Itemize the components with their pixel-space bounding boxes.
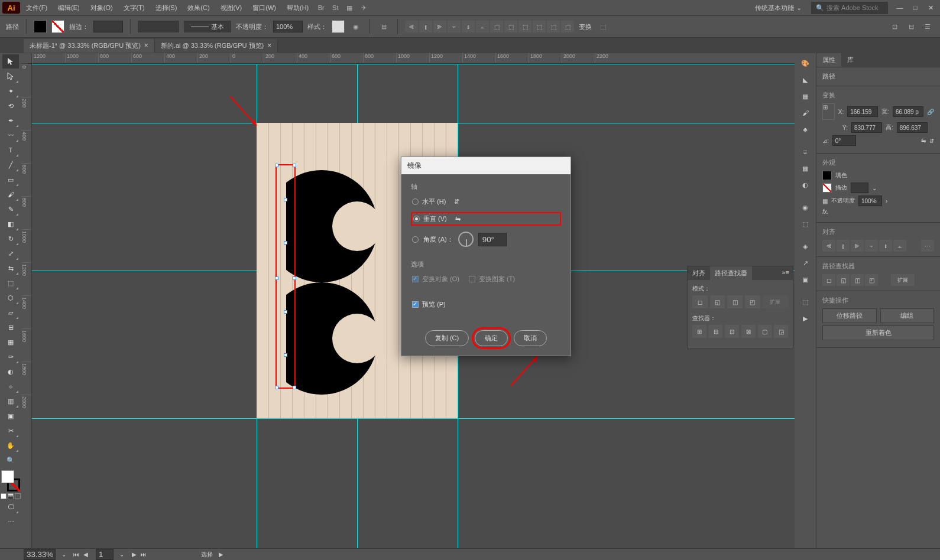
transform-angle-input[interactable] — [832, 135, 856, 146]
radio-vertical[interactable]: 垂直 (V) ⇋ — [411, 212, 561, 226]
css-icon[interactable]: ⬚ — [797, 294, 813, 310]
direct-selection-tool[interactable] — [2, 69, 19, 83]
pf-minus-front[interactable]: ◱ — [837, 274, 850, 286]
align-right[interactable]: ⫸ — [433, 21, 446, 32]
transform-y-input[interactable] — [851, 122, 882, 133]
recolor-icon[interactable]: ◉ — [349, 20, 362, 33]
menu-object[interactable]: 对象(O) — [86, 1, 118, 15]
magic-wand-tool[interactable]: ✦ — [2, 84, 19, 98]
pf-minusfront-float[interactable]: ◱ — [710, 295, 725, 308]
artboards-icon[interactable]: ▣ — [797, 272, 813, 287]
menu-effect[interactable]: 效果(C) — [183, 1, 214, 15]
align-top[interactable]: ⫟ — [448, 21, 461, 32]
transform-x-input[interactable] — [847, 106, 878, 117]
dist-h2[interactable]: ⬚ — [518, 21, 531, 32]
brushes-icon[interactable]: 🖌 — [797, 105, 813, 121]
symbols-icon[interactable]: ♣ — [797, 122, 813, 137]
gradient-tool[interactable]: ▦ — [2, 335, 19, 349]
align-right-btn[interactable]: ⫸ — [851, 240, 864, 252]
pf-tab-align[interactable]: 对齐 — [688, 266, 710, 280]
pf-unite-float[interactable]: ◻ — [692, 295, 708, 308]
stock-icon[interactable]: St — [329, 1, 342, 14]
doc-tab-2[interactable]: 新的.ai @ 33.33% (RGB/GPU 预览)× — [155, 39, 278, 53]
transform-w-input[interactable] — [893, 106, 923, 117]
blend-tool[interactable]: ◐ — [2, 364, 19, 379]
hand-tool[interactable]: ✋ — [2, 438, 19, 452]
last-artboard[interactable]: ⏭ — [140, 551, 148, 559]
color-guide-icon[interactable]: ◣ — [797, 72, 813, 87]
rectangle-tool[interactable]: ▭ — [2, 172, 19, 187]
edit-icon[interactable]: ⊟ — [905, 20, 918, 33]
pf-intersect[interactable]: ◫ — [851, 274, 864, 286]
color-mode-color[interactable] — [1, 493, 7, 499]
offset-path-btn[interactable]: 位移路径 — [822, 308, 877, 323]
flip-v-icon[interactable]: ⇵ — [929, 138, 934, 144]
brush-select[interactable]: 基本 — [184, 21, 231, 32]
doc-tab-1[interactable]: 未标题-1* @ 33.33% (RGB/GPU 预览)× — [24, 39, 155, 53]
stroke-swatch[interactable] — [51, 20, 64, 33]
workspace-switcher[interactable]: 传统基本功能 ⌄ — [750, 2, 806, 14]
dist-v[interactable]: ⬚ — [504, 21, 517, 32]
fill-stroke-indicator[interactable] — [1, 470, 20, 491]
maximize-button[interactable]: □ — [908, 2, 922, 13]
color-mode-gradient[interactable] — [8, 493, 14, 499]
dist-h[interactable]: ⬚ — [490, 21, 503, 32]
stroke-weight-input[interactable] — [93, 21, 123, 32]
slice-tool[interactable]: ✂ — [2, 424, 19, 438]
close-button[interactable]: ✕ — [923, 2, 938, 13]
cancel-button[interactable]: 取消 — [514, 330, 547, 346]
appearance-icon[interactable]: ◉ — [797, 200, 813, 215]
appearance-opacity-input[interactable] — [858, 196, 882, 206]
menu-view[interactable]: 视图(V) — [216, 1, 247, 15]
asset-export-icon[interactable]: ↗ — [797, 255, 813, 271]
gradient-icon[interactable]: ▦ — [797, 161, 813, 176]
transform-icon[interactable]: ⬚ — [597, 20, 610, 33]
arrange-icon[interactable]: ▦ — [343, 1, 356, 14]
style-swatch[interactable] — [332, 20, 345, 33]
perspective-tool[interactable]: ▱ — [2, 305, 19, 320]
actions-icon[interactable]: ▶ — [797, 311, 813, 326]
tab-close-icon[interactable]: × — [267, 41, 271, 50]
pf-expand-float[interactable]: 扩展 — [763, 295, 788, 308]
paintbrush-tool[interactable]: 🖌 — [2, 187, 19, 201]
curvature-tool[interactable]: 〰 — [2, 128, 19, 142]
dist-v3[interactable]: ⬚ — [561, 21, 574, 32]
search-input[interactable]: 🔍搜索 Adobe Stock — [811, 2, 888, 14]
line-tool[interactable]: ╱ — [2, 158, 19, 172]
pf-expand[interactable]: 扩展 — [891, 274, 915, 286]
align-hcenter-btn[interactable]: ⫿ — [837, 240, 850, 252]
prev-artboard[interactable]: ◀ — [82, 551, 90, 559]
fx-button[interactable]: fx. — [822, 209, 829, 215]
minimize-button[interactable]: — — [893, 2, 907, 13]
edit-toolbar[interactable]: ⋯ — [2, 515, 19, 529]
layers-icon[interactable]: ◈ — [797, 239, 813, 254]
ruler-horizontal[interactable]: 1200100080060040020002004006008001000120… — [32, 53, 795, 64]
pf-exclude-float[interactable]: ◰ — [745, 295, 760, 308]
pf-crop[interactable]: ⊠ — [741, 325, 756, 338]
gpu-icon[interactable]: ✈ — [357, 1, 370, 14]
eraser-tool[interactable]: ◧ — [2, 217, 19, 231]
first-artboard[interactable]: ⏮ — [72, 551, 80, 559]
opacity-input[interactable] — [273, 21, 303, 32]
symbol-sprayer-tool[interactable]: ⟐ — [2, 379, 19, 393]
stroke-weight[interactable] — [851, 183, 868, 193]
selection-tool[interactable] — [2, 54, 19, 69]
artboard-tool[interactable]: ▣ — [2, 409, 19, 423]
bridge-icon[interactable]: Br — [315, 1, 328, 14]
screen-mode[interactable]: 🖵 — [2, 500, 19, 514]
align-left[interactable]: ⫷ — [405, 21, 418, 32]
tab-properties[interactable]: 属性 — [816, 53, 841, 67]
reference-point[interactable]: ⊞ — [822, 103, 835, 120]
column-graph-tool[interactable]: ▥ — [2, 394, 19, 408]
menu-type[interactable]: 文字(T) — [119, 1, 150, 15]
angle-input[interactable] — [478, 233, 507, 246]
type-tool[interactable]: T — [2, 143, 19, 157]
preview-checkbox[interactable] — [412, 301, 419, 308]
align-top-btn[interactable]: ⫟ — [865, 240, 878, 252]
link-icon[interactable]: 🔗 — [927, 109, 934, 115]
ruler-origin[interactable] — [21, 53, 32, 64]
stroke-icon[interactable]: ≡ — [797, 144, 813, 159]
menu-edit[interactable]: 编辑(E) — [53, 1, 85, 15]
ok-button[interactable]: 确定 — [475, 330, 508, 346]
lasso-tool[interactable]: ⟲ — [2, 99, 19, 113]
